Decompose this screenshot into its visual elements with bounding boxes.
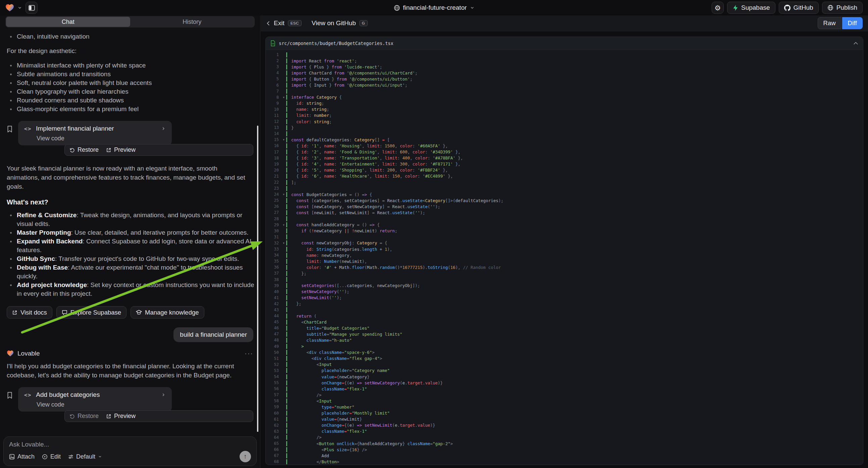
code-text: className="h-auto" bbox=[286, 338, 352, 343]
sidebar-toggle-button[interactable] bbox=[26, 2, 38, 14]
manage-knowledge-button[interactable]: Manage knowledge bbox=[130, 306, 204, 319]
code-text: <ChartCard bbox=[286, 320, 327, 325]
project-switcher[interactable]: financial-future-creator bbox=[394, 0, 474, 16]
line-number: 59 bbox=[266, 405, 281, 409]
message-menu-button[interactable]: ··· bbox=[245, 350, 253, 357]
view-code-link[interactable]: View code bbox=[37, 135, 166, 142]
code-text bbox=[286, 89, 294, 94]
file-header[interactable]: src/components/budget/BudgetCategories.t… bbox=[266, 37, 863, 50]
circle-dot-icon bbox=[42, 454, 48, 460]
version-card-add-budget-categories[interactable]: <> Add budget categories View code bbox=[18, 387, 172, 412]
code-text: ]; bbox=[286, 180, 296, 185]
line-number: 66 bbox=[266, 447, 281, 452]
send-button[interactable]: ↑ bbox=[240, 451, 251, 462]
supabase-button[interactable]: Supabase bbox=[727, 2, 775, 14]
file-code-icon bbox=[271, 40, 276, 46]
line-number: 49 bbox=[266, 344, 281, 349]
diff-toggle-button[interactable]: Diff bbox=[842, 17, 863, 29]
line-number: 29 bbox=[266, 223, 281, 227]
chevron-right-icon bbox=[161, 126, 166, 131]
chat-scroll-area[interactable]: Clean, intuitive navigation For the desi… bbox=[0, 28, 260, 432]
settings-button[interactable]: ⚙ bbox=[712, 2, 724, 14]
restore-button[interactable]: Restore bbox=[69, 413, 99, 420]
code-line: 58 <Input bbox=[266, 398, 863, 404]
code-line: 41 setNewLimit(''); bbox=[266, 295, 863, 301]
code-line: 5import { Button } from '@/components/ui… bbox=[266, 76, 863, 82]
list-item: Debug with Ease: Activate our experiment… bbox=[7, 263, 255, 281]
attach-button[interactable]: Attach bbox=[9, 453, 35, 460]
chat-scrollbar-thumb[interactable] bbox=[257, 125, 258, 432]
line-number: 25 bbox=[266, 198, 281, 203]
line-number: 35 bbox=[266, 259, 281, 264]
chat-history-tabs: Chat History bbox=[5, 16, 255, 28]
code-text: onChange={(e) => setNewCategory(e.target… bbox=[286, 380, 443, 385]
code-line: 20 { id: '5', name: 'Shopping', limit: 2… bbox=[266, 167, 863, 173]
tab-chat[interactable]: Chat bbox=[6, 17, 130, 27]
view-on-github-button[interactable]: View on GitHub G bbox=[312, 20, 368, 27]
bookmark-icon[interactable] bbox=[7, 125, 13, 133]
code-line: 64 /> bbox=[266, 434, 863, 440]
code-line: 9 id: string; bbox=[266, 100, 863, 107]
line-number: 17 bbox=[266, 150, 281, 154]
code-line: 29▾ const handleAddCategory = () => { bbox=[266, 222, 863, 228]
preview-button[interactable]: Preview bbox=[106, 413, 135, 420]
explore-supabase-button[interactable]: Explore Supabase bbox=[56, 306, 126, 319]
version-card-title: Add budget categories bbox=[36, 391, 156, 399]
code-editor[interactable]: 1 2import React from 'react';3import { P… bbox=[266, 50, 863, 465]
fold-toggle-icon[interactable]: ▾ bbox=[281, 138, 286, 141]
code-line: 32▾ const newCategoryObj: Category = { bbox=[266, 240, 863, 246]
code-line: 30 if (!newCategory || !newLimit) return… bbox=[266, 228, 863, 234]
restore-button[interactable]: Restore bbox=[69, 146, 99, 153]
code-line: 25 const [categories, setCategories] = R… bbox=[266, 197, 863, 203]
globe-icon bbox=[394, 5, 400, 11]
code-text bbox=[286, 277, 294, 282]
lovable-heart-logo-icon[interactable] bbox=[5, 4, 14, 12]
collapse-chevron-up-icon[interactable] bbox=[853, 41, 858, 45]
code-line: 46 title="Budget Categories" bbox=[266, 325, 863, 331]
line-number: 58 bbox=[266, 399, 281, 403]
exit-button[interactable]: Exit ESC bbox=[266, 20, 302, 27]
line-number: 15 bbox=[266, 137, 281, 142]
view-code-link[interactable]: View code bbox=[37, 401, 166, 408]
list-item: Minimalist interface with plenty of whit… bbox=[7, 61, 253, 70]
bookmark-icon[interactable] bbox=[7, 392, 13, 399]
design-intro: For the design aesthetic: bbox=[7, 46, 253, 55]
code-text bbox=[286, 307, 294, 312]
fold-toggle-icon[interactable]: ▾ bbox=[281, 223, 286, 227]
list-item: Expand with Backend: Connect Supabase to… bbox=[7, 237, 255, 255]
list-item: Glass-morphic elements for a premium fee… bbox=[7, 105, 253, 114]
fold-toggle-icon[interactable]: ▾ bbox=[281, 193, 286, 196]
code-line: 63 className="flex-1" bbox=[266, 429, 863, 434]
publish-button[interactable]: Publish bbox=[822, 2, 863, 14]
code-panel: Exit ESC View on GitHub G Raw Diff src/c… bbox=[261, 16, 868, 468]
github-button[interactable]: GitHub bbox=[779, 2, 819, 14]
chat-input[interactable] bbox=[9, 441, 251, 451]
visit-docs-button[interactable]: Visit docs bbox=[7, 306, 52, 319]
code-text: type="number" bbox=[286, 405, 354, 410]
list-item: Refine & Customize: Tweak the design, an… bbox=[7, 211, 255, 228]
code-text: limit: number; bbox=[286, 113, 332, 118]
code-text: setNewCategory(''); bbox=[286, 289, 349, 294]
list-item: Clean, intuitive navigation bbox=[7, 32, 253, 41]
raw-toggle-button[interactable]: Raw bbox=[818, 17, 841, 29]
code-line: 33 id: String(categories.length + 1), bbox=[266, 246, 863, 252]
code-text: <div className="space-y-6"> bbox=[286, 350, 374, 355]
fold-toggle-icon[interactable]: ▾ bbox=[281, 96, 286, 99]
edit-button[interactable]: Edit bbox=[42, 453, 61, 460]
raw-diff-toggle: Raw Diff bbox=[818, 17, 863, 29]
line-number: 26 bbox=[266, 204, 281, 209]
preview-button[interactable]: Preview bbox=[106, 146, 135, 153]
assistant-summary: Your sleek financial planner is now read… bbox=[7, 164, 248, 191]
line-number: 3 bbox=[266, 64, 281, 69]
line-number: 63 bbox=[266, 429, 281, 434]
tab-history[interactable]: History bbox=[130, 17, 254, 27]
fold-toggle-icon[interactable]: ▾ bbox=[281, 241, 286, 245]
version-card-implement-financial-planner[interactable]: <> Implement financial planner View code bbox=[18, 121, 172, 145]
code-line: 13} bbox=[266, 124, 863, 130]
mode-select[interactable]: Default bbox=[68, 453, 102, 460]
code-text bbox=[286, 52, 294, 57]
logo-chevron-down-icon[interactable] bbox=[18, 5, 22, 10]
code-text: setCategories([...categories, newCategor… bbox=[286, 283, 420, 288]
github-octocat-icon bbox=[784, 5, 790, 11]
panel-icon bbox=[29, 5, 35, 11]
